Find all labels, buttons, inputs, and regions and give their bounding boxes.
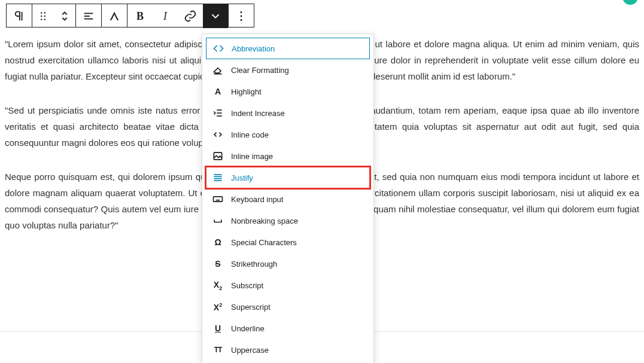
dropdown-item-label: Uppercase (231, 346, 269, 355)
svg-point-10 (241, 16, 242, 17)
svg-rect-15 (214, 152, 221, 160)
move-up-down-icon[interactable] (54, 4, 75, 28)
dropdown-item-label: Underline (231, 324, 265, 333)
svg-point-0 (41, 12, 42, 13)
drag-handle-icon[interactable] (32, 4, 54, 28)
angle-brackets-icon (211, 129, 225, 141)
underline-icon: U (211, 324, 225, 333)
dropdown-item-label: Indent Increase (231, 109, 285, 118)
svg-point-3 (44, 16, 45, 17)
dropdown-item-label: Highlight (231, 87, 262, 96)
dropdown-item-underline[interactable]: U Underline (206, 318, 370, 339)
svg-point-11 (241, 19, 242, 21)
subscript-icon: X2 (211, 280, 225, 291)
more-rich-text-dropdown: Abbreviation Clear Formatting A Highligh… (202, 33, 374, 363)
dropdown-item-label: Inline image (231, 152, 273, 161)
dropdown-item-label: Nonbreaking space (231, 216, 298, 225)
dropdown-item-label: Justify (231, 173, 253, 182)
dropdown-item-nonbreaking-space[interactable]: Nonbreaking space (206, 210, 370, 231)
angle-brackets-icon (211, 42, 226, 54)
dropdown-item-inline-code[interactable]: Inline code (206, 124, 370, 145)
dropdown-item-superscript[interactable]: X2 Superscript (206, 296, 370, 318)
highlight-icon: A (211, 87, 225, 96)
superscript-icon: X2 (211, 302, 225, 312)
dropdown-item-label: Clear Formatting (231, 66, 289, 75)
more-options-button[interactable] (229, 4, 254, 28)
text-color-icon[interactable] (102, 4, 127, 28)
align-icon[interactable] (76, 4, 101, 28)
svg-point-2 (41, 16, 42, 17)
svg-point-4 (41, 19, 42, 20)
dropdown-item-label: Superscript (231, 303, 271, 312)
more-rich-text-button[interactable] (203, 4, 228, 28)
strike-icon: S (211, 259, 225, 269)
dropdown-item-uppercase[interactable]: TT Uppercase (206, 339, 370, 361)
dropdown-item-label: Subscript (231, 281, 263, 290)
italic-button[interactable]: I (153, 4, 178, 28)
block-toolbar: B I (6, 4, 254, 28)
dropdown-item-label: Strikethrough (231, 260, 277, 269)
dropdown-item-subscript[interactable]: X2 Subscript (206, 274, 370, 296)
dropdown-item-clear-formatting[interactable]: Clear Formatting (206, 59, 370, 81)
svg-point-9 (241, 11, 242, 13)
omega-icon: Ω (211, 237, 225, 247)
eraser-icon (211, 64, 225, 76)
dropdown-item-abbreviation[interactable]: Abbreviation (206, 38, 370, 59)
dropdown-item-inline-image[interactable]: Inline image (206, 145, 370, 167)
indent-icon (211, 107, 225, 119)
status-badge (622, 0, 638, 5)
dropdown-item-justify[interactable]: Justify (206, 167, 370, 188)
dropdown-item-special-characters[interactable]: Ω Special Characters (206, 231, 370, 253)
dropdown-item-keyboard-input[interactable]: Keyboard input (206, 188, 370, 210)
paragraph-block-icon[interactable] (7, 4, 32, 28)
dropdown-item-indent-increase[interactable]: Indent Increase (206, 102, 370, 124)
bold-button[interactable]: B (127, 4, 153, 28)
dropdown-item-label: Keyboard input (231, 195, 283, 204)
dropdown-item-highlight[interactable]: A Highlight (206, 81, 370, 102)
dropdown-item-label: Inline code (231, 130, 269, 139)
nbsp-icon (211, 215, 225, 227)
dropdown-item-label: Special Characters (231, 238, 297, 247)
dropdown-item-label: Abbreviation (232, 44, 275, 53)
justify-icon (211, 172, 225, 184)
dropdown-item-strikethrough[interactable]: S Strikethrough (206, 253, 370, 274)
svg-point-1 (44, 12, 45, 13)
svg-point-5 (44, 19, 45, 20)
svg-rect-20 (214, 197, 223, 202)
uppercase-icon: TT (211, 346, 225, 354)
link-button[interactable] (178, 4, 203, 28)
image-icon (211, 150, 225, 162)
keyboard-icon (211, 193, 225, 205)
